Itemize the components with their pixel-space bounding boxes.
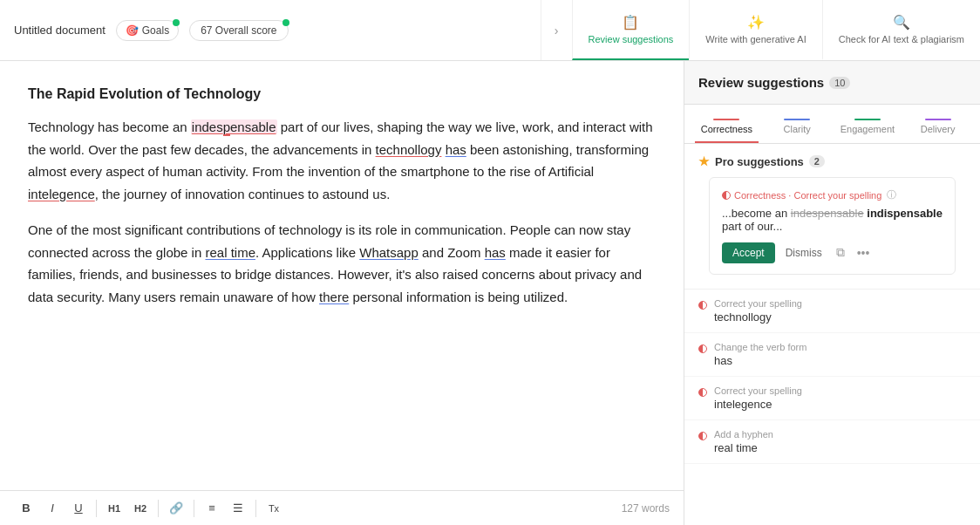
tab-review[interactable]: 📋 Review suggestions (572, 0, 690, 60)
word-count: 127 words (622, 502, 670, 515)
pro-header: ★ Pro suggestions 2 (698, 154, 966, 168)
item-type-2: Change the verb form (714, 342, 966, 352)
tab-delivery[interactable]: Delivery (906, 113, 970, 143)
item-content-1: Correct your spelling technollogy (714, 298, 966, 324)
write-icon: ✨ (747, 14, 765, 31)
suggestion-text: ...become an indespensable indispensable… (722, 207, 943, 233)
top-nav: Untitled document 🎯 Goals 67 Overall sco… (0, 0, 980, 61)
toolbar-sep-2 (158, 500, 159, 517)
nav-tabs: 📋 Review suggestions ✨ Write with genera… (572, 0, 980, 60)
more-options-button[interactable]: ••• (854, 242, 874, 263)
list-item[interactable]: Add a hyphen real time (684, 420, 980, 464)
unordered-list-button[interactable]: ☰ (226, 496, 250, 521)
hyphen-real-time: real time (205, 245, 255, 260)
sidebar: Review suggestions 10 Correctness Clarit… (684, 61, 980, 525)
item-word-4: real time (714, 441, 966, 454)
accept-button[interactable]: Accept (722, 242, 775, 263)
item-content-4: Add a hyphen real time (714, 429, 966, 454)
star-icon: ★ (698, 154, 710, 168)
suggestion-actions: Accept Dismiss ⧉ ••• (722, 242, 943, 263)
misspelling-intelegence: intelegence (28, 187, 95, 201)
toolbar-sep-1 (96, 500, 97, 517)
toolbar-sep-4 (255, 500, 256, 517)
misspelling-indespensable: indespensable (191, 119, 277, 134)
editor-para-1: Technology has become an indespensable p… (28, 116, 656, 205)
verb-has: has (446, 142, 466, 157)
info-icon[interactable]: ⓘ (887, 188, 896, 201)
whatsapp: Whatsapp (359, 245, 419, 260)
goals-dot (173, 19, 180, 26)
item-type-4: Add a hyphen (714, 429, 966, 440)
item-content-2: Change the verb form has (714, 342, 966, 367)
old-word: indespensable (791, 207, 864, 220)
score-button[interactable]: 67 Overall score (189, 20, 288, 41)
goals-button[interactable]: 🎯 Goals (116, 20, 179, 41)
type-dot (722, 191, 731, 200)
misspelling-technollogy: technollogy (376, 142, 442, 157)
underline-button[interactable]: U (66, 496, 91, 521)
sidebar-header: Review suggestions 10 (684, 61, 980, 105)
item-word-2: has (714, 354, 966, 367)
item-dot-2 (698, 344, 707, 353)
tab-check[interactable]: 🔍 Check for AI text & plagiarism (822, 0, 980, 60)
dismiss-button[interactable]: Dismiss (780, 242, 827, 263)
score-dot (282, 19, 289, 26)
sidebar-title: Review suggestions (698, 75, 824, 90)
suggestions-list: ★ Pro suggestions 2 Correctness · Correc… (684, 144, 980, 525)
correctness-tab-bar (713, 119, 739, 120)
editor-area[interactable]: The Rapid Evolution of Technology Techno… (0, 61, 684, 490)
italic-button[interactable]: I (40, 496, 65, 521)
list-item[interactable]: Correct your spelling technollogy (684, 290, 980, 333)
tab-engagement[interactable]: Engagement (836, 113, 900, 143)
item-dot-4 (698, 432, 707, 440)
item-type-3: Correct your spelling (714, 385, 966, 396)
pro-section: ★ Pro suggestions 2 Correctness · Correc… (684, 144, 980, 290)
review-icon: 📋 (622, 14, 639, 31)
clarity-tab-bar (784, 119, 810, 120)
nav-chevron[interactable]: › (541, 0, 572, 60)
sidebar-tabs: Correctness Clarity Engagement Delivery (684, 105, 980, 144)
item-dot-3 (698, 388, 707, 397)
editor-para-2: One of the most significant contribution… (28, 219, 656, 308)
item-content-3: Correct your spelling intelegence (714, 385, 966, 411)
new-word: indispensable (867, 207, 943, 220)
tab-write[interactable]: ✨ Write with generative AI (689, 0, 821, 60)
copy-button[interactable]: ⧉ (833, 242, 848, 263)
suggestion-type-label: Correctness · Correct your spelling ⓘ (722, 188, 943, 201)
item-word-3: intelegence (714, 398, 966, 411)
link-button[interactable]: 🔗 (164, 496, 188, 521)
item-type-1: Correct your spelling (714, 298, 966, 309)
toolbar-sep-3 (194, 500, 194, 517)
doc-title-area: Untitled document 🎯 Goals 67 Overall sco… (0, 0, 541, 60)
toolbar: B I U H1 H2 🔗 ≡ ☰ Tx 127 words (0, 490, 684, 525)
pro-count-badge: 2 (809, 155, 825, 167)
doc-title: Untitled document (14, 24, 105, 37)
delivery-tab-bar (925, 119, 951, 120)
engagement-tab-bar (854, 119, 881, 120)
tab-correctness[interactable]: Correctness (695, 113, 759, 143)
list-item[interactable]: Correct your spelling intelegence (684, 377, 980, 420)
there-their: there (319, 290, 349, 304)
list-item[interactable]: Change the verb form has (684, 333, 980, 377)
tab-clarity[interactable]: Clarity (766, 113, 829, 143)
verb-has-2: has (485, 245, 506, 260)
item-word-1: technollogy (714, 310, 966, 324)
item-dot-1 (698, 301, 707, 310)
h1-button[interactable]: H1 (102, 496, 126, 521)
expanded-suggestion-card: Correctness · Correct your spelling ⓘ ..… (709, 177, 956, 275)
check-icon: 🔍 (893, 14, 910, 31)
ordered-list-button[interactable]: ≡ (200, 496, 224, 521)
h2-button[interactable]: H2 (128, 496, 153, 521)
bold-button[interactable]: B (14, 496, 38, 521)
clear-format-button[interactable]: Tx (262, 496, 286, 521)
suggestions-count-badge: 10 (829, 77, 850, 89)
editor-title: The Rapid Evolution of Technology (28, 82, 656, 106)
main-layout: The Rapid Evolution of Technology Techno… (0, 61, 980, 525)
